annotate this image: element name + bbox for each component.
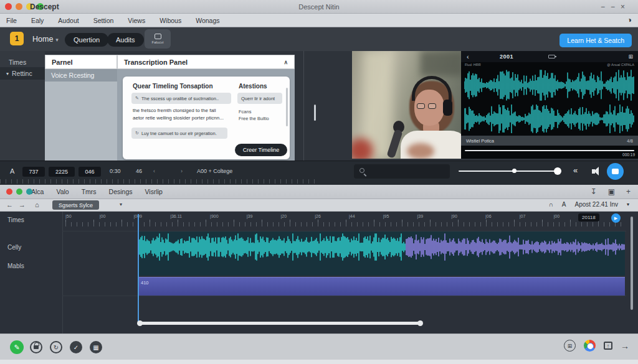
ruler-tick-label: |20: [281, 214, 287, 218]
chevron-down-icon: ▾: [55, 37, 59, 43]
home-dropdown[interactable]: Home▾: [32, 35, 59, 44]
share-button[interactable]: ↑: [604, 342, 612, 350]
font-icon[interactable]: A: [10, 167, 14, 175]
download-icon[interactable]: ↧: [591, 187, 597, 196]
learn-search-button[interactable]: Learn Het & Seatch: [559, 34, 632, 47]
transcript-chip-1[interactable]: ✎ The sscess up oralibe of suctrnation..: [131, 93, 231, 104]
vertical-scrollbar[interactable]: [631, 217, 633, 310]
playhead[interactable]: [138, 214, 139, 322]
window-controls[interactable]: −−×: [601, 2, 631, 11]
tab-quertion[interactable]: Quertion: [65, 33, 108, 47]
menu-item[interactable]: Visrlip: [145, 188, 163, 195]
menu-item[interactable]: Wonags: [196, 17, 219, 24]
menu-item[interactable]: File: [6, 17, 17, 24]
glasses-icon: [417, 103, 425, 109]
video-preview[interactable]: [352, 51, 461, 159]
timeline-waveform[interactable]: [138, 233, 625, 261]
add-college-label[interactable]: A00 + Coltege: [197, 168, 232, 174]
card-scrollbar[interactable]: [286, 88, 288, 126]
menu-item[interactable]: Desings: [109, 188, 133, 195]
secondary-track-clip[interactable]: 410: [138, 277, 625, 296]
play-button[interactable]: ▶: [611, 213, 621, 223]
horizontal-scrollbar[interactable]: [140, 322, 421, 325]
home-icon[interactable]: ⌂: [35, 201, 39, 208]
menu-item[interactable]: Settion: [93, 17, 114, 24]
menu-item[interactable]: Tmrs: [82, 188, 97, 195]
ruler-tick-label: |07: [520, 214, 526, 218]
menu-item[interactable]: Wibous: [160, 17, 181, 24]
transcription-panel-title: Transcription Panel: [124, 58, 188, 66]
create-timeline-button[interactable]: Creer Timeline: [235, 144, 287, 156]
plus-icon[interactable]: +: [626, 187, 631, 196]
rewind-icon[interactable]: «: [573, 166, 578, 175]
minimize-light-icon[interactable]: [16, 189, 22, 195]
bottom-dock: ✎ ↻ ✓ ▦: [0, 334, 638, 360]
close-light-icon[interactable]: [6, 189, 12, 195]
transcript-chip-2[interactable]: ↻ Luy tne camuet to our elr prgeration.: [131, 128, 227, 139]
app-logo-icon[interactable]: 1: [10, 32, 24, 45]
folder-button[interactable]: Falucvi: [145, 29, 171, 49]
player-progress-bar[interactable]: [465, 150, 634, 151]
calendar-button[interactable]: ▦: [90, 341, 102, 353]
status-pill-2[interactable]: 2225: [49, 167, 75, 177]
captions-button[interactable]: [607, 163, 624, 180]
project-selector[interactable]: Sgserts Sylce: [52, 200, 99, 210]
prev-icon[interactable]: ‹: [153, 168, 155, 174]
next-icon[interactable]: ›: [181, 168, 183, 174]
menu-item[interactable]: Alca: [31, 188, 44, 195]
transcription-card: Quear Timeling Tonsaption Atestions ✎ Th…: [123, 77, 290, 159]
chrome-icon[interactable]: [584, 340, 596, 352]
player-time: 000:19: [622, 152, 635, 157]
timeline-ruler[interactable]: |50|00|009|36.11|900|39|20|26|44|95|39|9…: [65, 214, 594, 218]
slider-marker[interactable]: [512, 169, 517, 173]
approve-button[interactable]: ✓: [70, 341, 82, 353]
scrollbar-handle-right[interactable]: [417, 320, 423, 326]
ruler-tick-label: |900: [210, 214, 219, 218]
divider-drag-handle[interactable]: [314, 105, 316, 121]
screen: Descept Descept Nitin −−× FileEalyAudout…: [0, 0, 638, 364]
lock-button[interactable]: [30, 341, 42, 353]
info-icon[interactable]: ◑: [627, 16, 632, 24]
traffic-lights-2: [6, 189, 32, 195]
nav-back-icon[interactable]: ←: [6, 201, 13, 208]
chevron-down-icon[interactable]: ▾: [120, 202, 122, 207]
collapse-icon[interactable]: ∧: [283, 59, 288, 65]
apps-button[interactable]: ⊞: [564, 340, 576, 352]
status-pill-3[interactable]: 046: [79, 167, 101, 177]
sidebar-item-rettinc[interactable]: ▾ Rettinc: [0, 67, 45, 80]
forward-button[interactable]: →: [621, 341, 629, 351]
right-chip[interactable]: Querr lir ir adont: [237, 93, 282, 104]
row-divider: [62, 296, 626, 296]
playback-slider[interactable]: [459, 170, 561, 172]
account-area: ∩ A Apost 22.41 Inv ▾: [549, 201, 629, 208]
track-counter: 4/8: [627, 139, 633, 143]
menu-item[interactable]: Views: [128, 17, 145, 24]
menu-item[interactable]: Ealy: [31, 17, 44, 24]
frame-icon[interactable]: ▣: [608, 187, 615, 196]
status-pill-1[interactable]: 737: [22, 167, 45, 177]
scrollbar-handle-left[interactable]: [137, 320, 143, 326]
speaker-icon-box: [592, 169, 595, 174]
menu-item[interactable]: Valo: [56, 188, 69, 195]
panel-item-voice[interactable]: Voice Rcesting: [45, 69, 117, 82]
pencil-icon: ✎: [14, 343, 19, 352]
grid-icon[interactable]: ⊞: [628, 54, 633, 60]
history-button[interactable]: ↻: [50, 341, 62, 353]
letter-a-icon[interactable]: A: [562, 201, 566, 208]
zoom-light-icon[interactable]: [26, 189, 32, 195]
menu-item[interactable]: Audout: [58, 17, 79, 24]
audio-player-panel: ‹ 2001 ⊞ Flud: HRR @ Anual CXPALA Wistle…: [461, 51, 638, 159]
edit-status-button[interactable]: ✎: [10, 340, 24, 354]
nav-forward-icon[interactable]: →: [19, 201, 26, 208]
calendar-icon: ▦: [93, 344, 98, 351]
panel-divider: [303, 51, 304, 161]
account-label[interactable]: Apost 22.41 Inv: [574, 201, 618, 208]
back-icon[interactable]: ‹: [467, 53, 469, 60]
search-input[interactable]: [354, 164, 450, 179]
bookmark-icon[interactable]: ∩: [549, 201, 553, 208]
sidebar-times-label: Times: [9, 58, 26, 66]
tab-audits[interactable]: Audits: [107, 33, 144, 47]
headphone-earcup: [443, 100, 452, 116]
chevron-down-icon[interactable]: ▾: [627, 202, 629, 207]
slider-thumb[interactable]: [554, 167, 561, 175]
